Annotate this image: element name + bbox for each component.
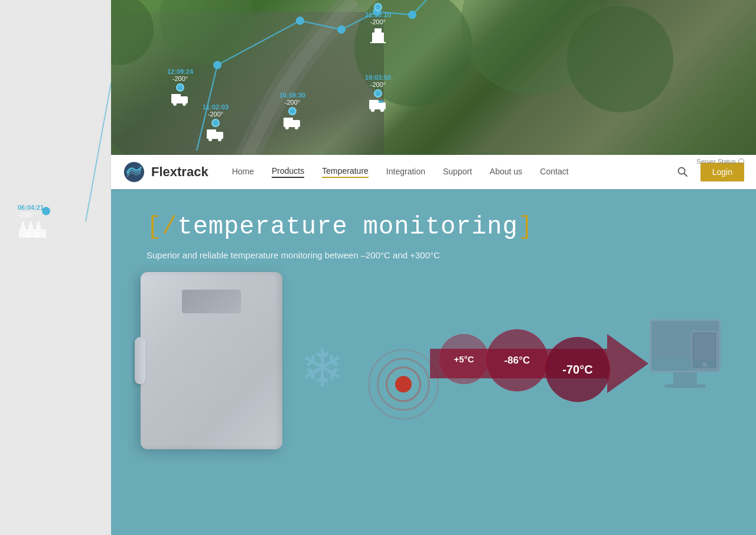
nav-support[interactable]: Support (443, 167, 472, 177)
snowflake-icon: ❄ (300, 337, 344, 399)
bracket-close: ] (518, 213, 533, 241)
nav-contact[interactable]: Contact (540, 167, 568, 177)
temp-value-3: -70°C (562, 363, 592, 377)
server-status-indicator (738, 158, 744, 164)
search-button[interactable] (674, 163, 692, 181)
hero-text: [/temperature monitoring] Superior and r… (146, 213, 533, 260)
logo-icon (123, 161, 145, 183)
nav-links: Home Products Temperature Integration Su… (232, 166, 674, 178)
fridge-body (141, 272, 282, 449)
monitor-base (664, 384, 706, 388)
hero-title: [/temperature monitoring] (146, 213, 533, 241)
fridge-handle (135, 337, 145, 384)
temp-bubble-small: +5°C (439, 334, 489, 384)
fridge-screen (182, 290, 241, 313)
title-main: temperature monitoring (177, 213, 518, 241)
fridge-illustration-area: ❄ +5°C -86°C (111, 260, 756, 535)
logo[interactable]: Flextrack (123, 161, 208, 183)
monitor-container (650, 319, 721, 388)
logo-text: Flextrack (151, 164, 208, 180)
fridge-container (141, 272, 294, 455)
nav-home[interactable]: Home (232, 167, 254, 177)
temp-bubble-medium: -86°C (486, 329, 548, 391)
svg-point-12 (354, 0, 472, 106)
svg-line-0 (86, 83, 111, 222)
svg-line-49 (684, 174, 687, 177)
left-tracking-lines (0, 0, 111, 296)
nav-right: Login (674, 163, 744, 181)
nav-about[interactable]: About us (490, 167, 522, 177)
temp-bubble-large: -70°C (545, 337, 610, 402)
nav-products[interactable]: Products (272, 166, 304, 178)
server-status-label: Server Status (696, 158, 736, 165)
navbar: Server Status Flextrack Home Products Te… (111, 155, 756, 189)
temp-bubbles: +5°C -86°C -70°C (430, 328, 649, 399)
svg-point-14 (567, 6, 673, 112)
svg-point-11 (159, 0, 254, 65)
login-button[interactable]: Login (700, 163, 744, 181)
left-sidebar: 06:04:21 -200° (0, 0, 111, 535)
server-status: Server Status (696, 158, 744, 165)
temp-value-2: -86°C (504, 355, 530, 367)
bracket-open: [/ (146, 213, 177, 241)
nav-integration[interactable]: Integration (386, 167, 425, 177)
tablet-icon (691, 331, 718, 369)
temp-value-1: +5°C (454, 354, 474, 364)
hero-section: [/temperature monitoring] Superior and r… (111, 189, 756, 535)
signal-center-dot (395, 376, 412, 393)
nav-temperature[interactable]: Temperature (322, 166, 369, 178)
hero-subtitle: Superior and reliable temperature monito… (146, 250, 533, 260)
search-icon (677, 167, 688, 177)
monitor-stand (673, 372, 697, 384)
temp-arrow-container: +5°C -86°C -70°C (430, 328, 649, 401)
